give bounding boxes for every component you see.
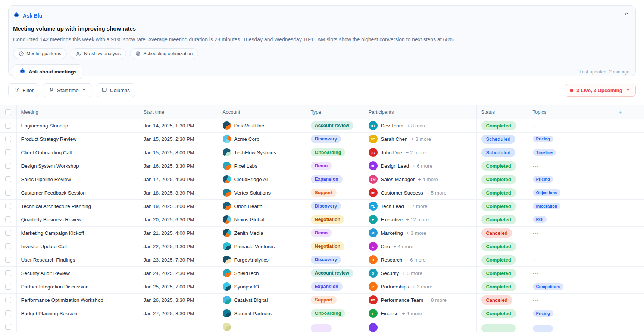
- account-name: SynapseIO: [234, 284, 259, 290]
- topic-chip: [533, 325, 553, 332]
- meeting-name: Performance Optimization Workshop: [21, 297, 103, 303]
- blu-robot-icon: [13, 12, 20, 20]
- account-name: CloudBridge AI: [234, 177, 268, 182]
- header-topics[interactable]: Topics: [528, 105, 614, 119]
- table-row[interactable]: Performance Optimization WorkshopJan 26,…: [0, 293, 644, 307]
- account-name: TechFlow Systems: [234, 150, 276, 155]
- table-row-partial[interactable]: [0, 320, 644, 332]
- live-upcoming-badge[interactable]: 3 Live, 3 Upcoming: [565, 84, 636, 97]
- participants-more-label: + 6 more: [412, 163, 432, 169]
- type-badge: Account review: [311, 121, 353, 130]
- panel-brand[interactable]: Ask Blu: [23, 13, 42, 19]
- status-badge: Completed: [481, 202, 516, 211]
- account-logo-icon: [223, 282, 231, 291]
- type-badge: [311, 324, 332, 332]
- table-row[interactable]: Security Audit ReviewJan 24, 2025, 2:30 …: [0, 266, 644, 280]
- chevron-down-icon: [625, 87, 630, 93]
- row-checkbox[interactable]: [5, 176, 11, 182]
- participant-name: Dev Team: [381, 123, 404, 129]
- table-row[interactable]: Budget Planning SessionJan 27, 2025, 8:3…: [0, 307, 644, 320]
- table-row[interactable]: User Research FindingsJan 23, 2025, 7:30…: [0, 253, 644, 266]
- insight-chip[interactable]: Scheduling optimization: [130, 48, 198, 59]
- insight-chip[interactable]: Meeting patterns: [13, 48, 67, 59]
- ask-about-meetings-button[interactable]: Ask about meetings: [13, 64, 82, 79]
- table-row[interactable]: Partner Integration DiscussionJan 25, 20…: [0, 280, 644, 293]
- header-type[interactable]: Type: [306, 105, 364, 119]
- row-checkbox[interactable]: [5, 123, 11, 129]
- columns-icon: [101, 87, 107, 94]
- account-logo-icon: [223, 215, 231, 224]
- participants-more-label: + 4 more: [402, 311, 422, 316]
- meeting-name: Investor Update Call: [21, 244, 67, 249]
- table-row[interactable]: Product Strategy ReviewJan 15, 2025, 2:3…: [0, 132, 644, 146]
- add-column-button[interactable]: +: [614, 105, 644, 119]
- row-checkbox[interactable]: [5, 243, 11, 249]
- meeting-name: Budget Planning Session: [21, 311, 78, 316]
- insight-description: Conducted 142 meetings this week with a …: [13, 37, 629, 42]
- status-badge: Completed: [481, 242, 516, 251]
- topic-empty: ---: [533, 298, 538, 303]
- participants-more-label: + 2 more: [406, 150, 426, 155]
- participant-avatar: PT: [369, 295, 378, 304]
- row-checkbox[interactable]: [5, 310, 11, 316]
- ask-blu-panel: Ask Blu Meeting volume up with improving…: [8, 5, 636, 76]
- start-time: Jan 25, 2025, 7:00 PM: [144, 284, 194, 290]
- row-checkbox[interactable]: [5, 149, 11, 155]
- select-all-checkbox[interactable]: [5, 109, 11, 115]
- table-toolbar: Filter Start time Columns 3 Live, 3 Upco…: [8, 83, 636, 97]
- row-checkbox[interactable]: [5, 203, 11, 209]
- account-name: Forge Analytics: [234, 257, 269, 263]
- status-badge: Completed: [481, 121, 516, 130]
- columns-button[interactable]: Columns: [96, 83, 135, 97]
- row-checkbox[interactable]: [5, 284, 11, 290]
- account-name: Acme Corp: [234, 136, 260, 142]
- row-checkbox[interactable]: [5, 297, 11, 303]
- participant-name: Sales Manager: [381, 177, 415, 182]
- row-checkbox[interactable]: [5, 270, 11, 276]
- account-name: Pixel Labs: [234, 163, 257, 169]
- table-row[interactable]: Marketing Campaign KickoffJan 21, 2025, …: [0, 226, 644, 240]
- sort-start-time-button[interactable]: Start time: [43, 83, 92, 97]
- filter-button[interactable]: Filter: [8, 83, 39, 97]
- table-row[interactable]: Design System WorkshopJan 16, 2025, 3:30…: [0, 159, 644, 173]
- table-row[interactable]: Client Onboarding CallJan 15, 2025, 8:00…: [0, 146, 644, 159]
- row-checkbox[interactable]: [5, 136, 11, 142]
- participants-more-label: + 4 more: [393, 244, 413, 249]
- row-checkbox[interactable]: [5, 324, 11, 330]
- start-time: Jan 21, 2025, 4:00 PM: [144, 230, 194, 236]
- row-checkbox[interactable]: [5, 163, 11, 169]
- table-row[interactable]: Customer Feedback SessionJan 18, 2025, 8…: [0, 186, 644, 199]
- account-logo-icon: [223, 269, 231, 277]
- row-checkbox[interactable]: [5, 257, 11, 263]
- participant-name: Design Lead: [381, 163, 409, 169]
- header-status[interactable]: Status: [476, 105, 528, 119]
- row-checkbox[interactable]: [5, 216, 11, 222]
- table-row[interactable]: Quarterly Business ReviewJan 20, 2025, 6…: [0, 213, 644, 226]
- table-row[interactable]: Engineering StandupJan 14, 2025, 1:30 PM…: [0, 119, 644, 132]
- header-account[interactable]: Account: [218, 105, 306, 119]
- table-row[interactable]: Technical Architecture PlanningJan 19, 2…: [0, 199, 644, 213]
- collapse-panel-button[interactable]: [624, 11, 629, 18]
- participant-avatar: CS: [369, 188, 378, 197]
- participant-avatar: DT: [369, 121, 378, 130]
- header-participants[interactable]: Participants: [364, 105, 476, 119]
- header-start-time[interactable]: Start time: [139, 105, 218, 119]
- insight-chip-label: No-show analysis: [84, 51, 121, 56]
- participants-more-label: + 12 more: [406, 217, 429, 222]
- funnel-icon: [14, 87, 19, 94]
- table-row[interactable]: Investor Update CallJan 22, 2025, 9:30 P…: [0, 240, 644, 253]
- topic-empty: ---: [533, 257, 538, 263]
- header-meeting[interactable]: Meeting: [16, 105, 139, 119]
- account-logo-icon: [223, 148, 231, 156]
- participant-avatar: TL: [369, 202, 378, 211]
- insight-chip[interactable]: No-show analysis: [71, 48, 126, 59]
- account-logo-icon: [223, 309, 231, 317]
- row-checkbox[interactable]: [5, 230, 11, 236]
- start-time: Jan 26, 2025, 3:30 PM: [144, 297, 194, 303]
- meeting-name: Client Onboarding Call: [21, 150, 72, 155]
- table-row[interactable]: Sales Pipeline ReviewJan 17, 2025, 4:30 …: [0, 173, 644, 186]
- type-badge: Discovery: [311, 202, 341, 210]
- participants-more-label: + 8 more: [407, 123, 427, 129]
- row-checkbox[interactable]: [5, 190, 11, 196]
- participant-name: Partnerships: [381, 284, 409, 290]
